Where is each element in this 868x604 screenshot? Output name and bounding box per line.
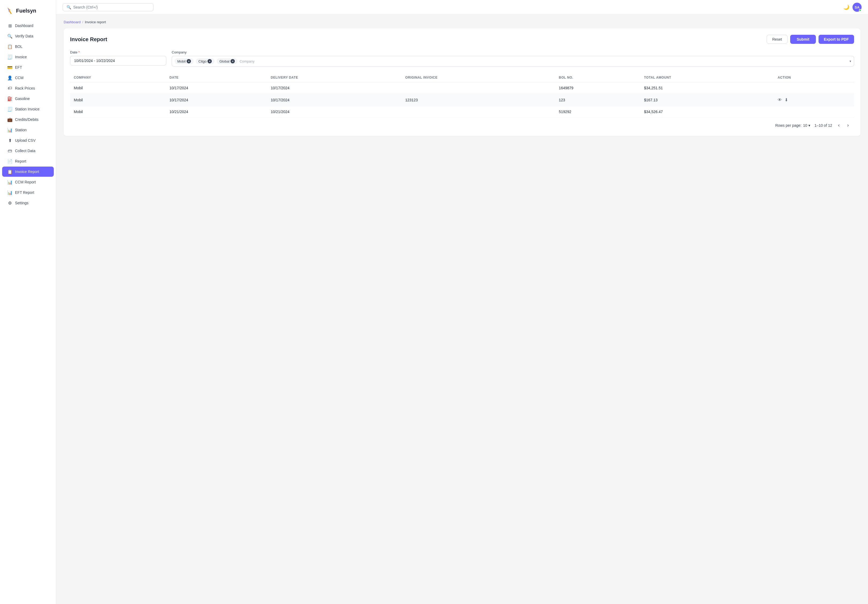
company-placeholder: Company — [240, 59, 848, 63]
cell-action — [774, 106, 854, 118]
company-group: Company Mobil ✕ Citgo ✕ Global ✕ — [172, 50, 854, 67]
breadcrumb: Dashboard / Invoice report — [64, 20, 860, 24]
eft-report-icon: 📊 — [8, 190, 12, 195]
sidebar-label-report: Report — [15, 159, 26, 163]
settings-icon: ⚙ — [8, 201, 12, 205]
sidebar-item-verify-data[interactable]: 🔍 Verify Data — [2, 31, 54, 41]
ccm-report-icon: 📊 — [8, 180, 12, 184]
reset-button[interactable]: Reset — [767, 35, 788, 44]
export-pdf-button[interactable]: Export to PDF — [818, 35, 854, 44]
avatar-status-dot — [859, 9, 861, 11]
sidebar-item-upload-csv[interactable]: ⬆ Upload CSV — [2, 135, 54, 146]
breadcrumb-parent[interactable]: Dashboard — [64, 20, 81, 24]
dashboard-icon: ⊞ — [8, 23, 12, 28]
cell-company: Mobil — [70, 94, 166, 106]
col-bol-no: BOL NO. — [555, 73, 640, 82]
page-title: Invoice Report — [70, 36, 107, 42]
col-original-invoice: ORIGINAL INVOICE — [401, 73, 555, 82]
submit-button[interactable]: Submit — [790, 35, 815, 44]
required-indicator: * — [78, 50, 80, 54]
sidebar-item-settings[interactable]: ⚙ Settings — [2, 198, 54, 208]
sidebar-item-invoice-report[interactable]: 📋 Invoice Report — [2, 167, 54, 177]
sidebar-label-invoice: Invoice — [15, 55, 27, 59]
pagination: Rows per page: 10 ▾ 1–10 of 12 ‹ › — [70, 118, 854, 130]
invoice-report-icon: 📋 — [8, 169, 12, 174]
table-row: Mobil 10/17/2024 10/17/2024 1649879 $34,… — [70, 82, 854, 94]
sidebar-item-station-invoice[interactable]: 🧾 Station Invoice — [2, 104, 54, 114]
sidebar-item-gasoline[interactable]: ⛽ Gasoline — [2, 94, 54, 104]
ccm-icon: 👤 — [8, 75, 12, 80]
sidebar-item-ccm-report[interactable]: 📊 CCM Report — [2, 177, 54, 187]
next-page-button[interactable]: › — [846, 122, 850, 129]
logo-icon — [5, 6, 14, 15]
sidebar-item-eft-report[interactable]: 📊 EFT Report — [2, 187, 54, 198]
cell-bol-no: 519292 — [555, 106, 640, 118]
upload-csv-icon: ⬆ — [8, 138, 12, 143]
table-row: Mobil 10/21/2024 10/21/2024 519292 $34,5… — [70, 106, 854, 118]
logo[interactable]: Fuelsyn — [0, 4, 56, 20]
sidebar-item-report[interactable]: 📄 Report — [2, 156, 54, 166]
sidebar-label-bol: BOL — [15, 44, 22, 49]
search-bar[interactable]: 🔍 Search (Ctrl+/) — [63, 3, 153, 11]
sidebar-label-gasoline: Gasoline — [15, 96, 30, 101]
sidebar-item-invoice[interactable]: 🧾 Invoice — [2, 52, 54, 62]
cell-delivery-date: 10/17/2024 — [267, 82, 401, 94]
sidebar-label-credits-debits: Credits/Debits — [15, 118, 39, 122]
col-total-amount: TOTAL AMOUNT — [640, 73, 774, 82]
view-icon[interactable]: 👁 — [778, 98, 782, 102]
collect-data-icon: 🗃 — [8, 149, 12, 153]
app-name: Fuelsyn — [16, 8, 36, 14]
sidebar-item-credits-debits[interactable]: 💼 Credits/Debits — [2, 115, 54, 125]
remove-mobil-button[interactable]: ✕ — [187, 59, 191, 63]
company-input-container[interactable]: Mobil ✕ Citgo ✕ Global ✕ Company ▾ — [172, 56, 854, 67]
cell-date: 10/17/2024 — [166, 94, 267, 106]
sidebar: Fuelsyn ⊞ Dashboard 🔍 Verify Data 📋 BOL … — [0, 0, 56, 604]
avatar[interactable]: SA — [852, 3, 862, 12]
company-dropdown-arrow: ▾ — [849, 59, 851, 63]
col-date: DATE — [166, 73, 267, 82]
date-input[interactable]: 10/01/2024 - 10/22/2024 — [70, 56, 166, 65]
card-header: Invoice Report Reset Submit Export to PD… — [70, 35, 854, 44]
topbar-right: 🌙 SA — [843, 3, 862, 12]
credits-debits-icon: 💼 — [8, 117, 12, 122]
breadcrumb-separator: / — [82, 20, 84, 24]
download-icon[interactable]: ⬇ — [784, 97, 788, 102]
remove-citgo-button[interactable]: ✕ — [208, 59, 212, 63]
avatar-initials: SA — [855, 5, 859, 9]
rows-per-page-control: Rows per page: 10 ▾ — [775, 123, 810, 127]
remove-global-button[interactable]: ✕ — [231, 59, 235, 63]
sidebar-item-eft[interactable]: 💳 EFT — [2, 62, 54, 73]
sidebar-item-ccm[interactable]: 👤 CCM — [2, 73, 54, 83]
table-header: COMPANY DATE DELIVERY DATE ORIGINAL INVO… — [70, 73, 854, 82]
rows-per-page-value: 10 — [803, 123, 807, 127]
sidebar-item-dashboard[interactable]: ⊞ Dashboard — [2, 20, 54, 31]
sidebar-item-rack-prices[interactable]: 🏷 Rack Prices — [2, 83, 54, 93]
cell-total-amount: $34,251.51 — [640, 82, 774, 94]
sidebar-label-invoice-report: Invoice Report — [15, 169, 39, 174]
sidebar-label-ccm: CCM — [15, 76, 23, 80]
station-icon: 📊 — [8, 127, 12, 132]
cell-bol-no: 1649879 — [555, 82, 640, 94]
prev-page-button[interactable]: ‹ — [837, 122, 841, 129]
table-body: Mobil 10/17/2024 10/17/2024 1649879 $34,… — [70, 82, 854, 118]
company-tag-mobil: Mobil ✕ — [175, 58, 194, 64]
cell-company: Mobil — [70, 82, 166, 94]
topbar: 🔍 Search (Ctrl+/) 🌙 SA — [56, 0, 868, 15]
sidebar-item-station[interactable]: 📊 Station — [2, 125, 54, 135]
action-icons: 👁 ⬇ — [778, 97, 850, 102]
verify-data-icon: 🔍 — [8, 34, 12, 39]
sidebar-item-bol[interactable]: 📋 BOL — [2, 42, 54, 52]
sidebar-item-collect-data[interactable]: 🗃 Collect Data — [2, 146, 54, 156]
sidebar-label-ccm-report: CCM Report — [15, 180, 36, 184]
invoice-table: COMPANY DATE DELIVERY DATE ORIGINAL INVO… — [70, 73, 854, 118]
theme-toggle-icon[interactable]: 🌙 — [843, 4, 849, 10]
rows-per-page-select[interactable]: 10 ▾ — [803, 123, 810, 127]
cell-bol-no: 123 — [555, 94, 640, 106]
sidebar-label-eft: EFT — [15, 65, 22, 70]
sidebar-label-eft-report: EFT Report — [15, 190, 34, 195]
report-icon: 📄 — [8, 159, 12, 164]
page-info: 1–10 of 12 — [815, 123, 832, 127]
sidebar-label-verify-data: Verify Data — [15, 34, 33, 38]
cell-date: 10/21/2024 — [166, 106, 267, 118]
sidebar-label-collect-data: Collect Data — [15, 149, 35, 153]
